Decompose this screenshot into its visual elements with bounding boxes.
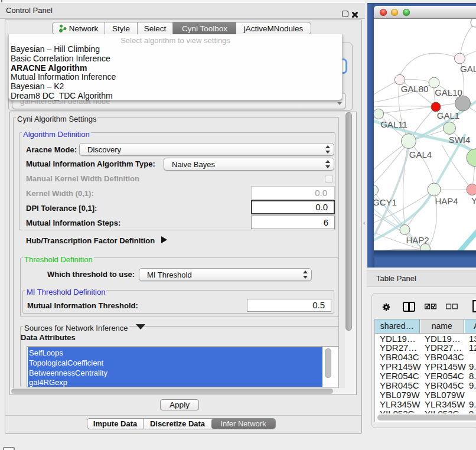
svg-text:GAL2: GAL2 (460, 64, 476, 74)
svg-text:HAP4: HAP4 (435, 196, 458, 206)
svg-text:SWI4: SWI4 (449, 135, 471, 145)
svg-text:YJL158C: YJL158C (471, 195, 476, 206)
svg-text:GCY1: GCY1 (374, 197, 397, 207)
svg-text:GAL80: GAL80 (401, 84, 429, 94)
svg-text:GAL11: GAL11 (380, 119, 407, 129)
svg-text:GAL1: GAL1 (437, 110, 459, 120)
svg-text:GAL10: GAL10 (435, 87, 462, 97)
svg-text:GAL4: GAL4 (409, 149, 432, 159)
svg-text:HAP2: HAP2 (406, 235, 429, 245)
